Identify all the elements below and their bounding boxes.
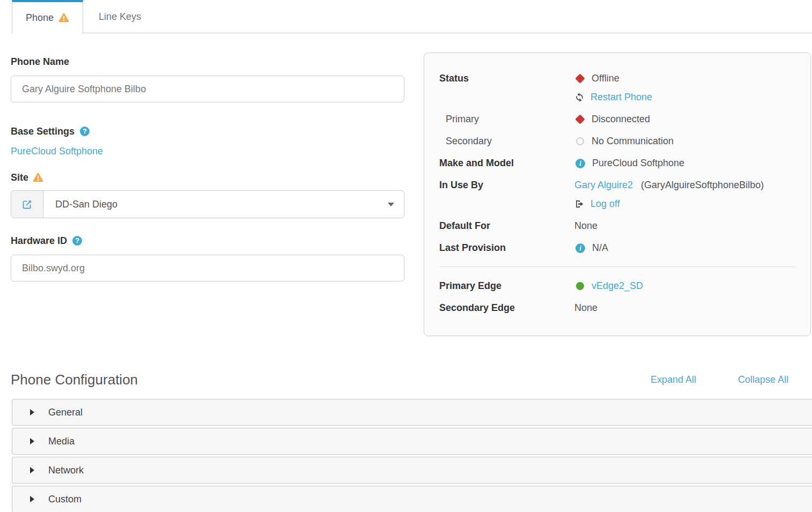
caret-right-icon: [30, 438, 34, 444]
disconnected-diamond-icon: [575, 114, 585, 124]
status-row: Status Offline Restart Phone: [439, 71, 795, 105]
phone-name-input[interactable]: [11, 76, 404, 102]
caret-right-icon: [30, 409, 34, 415]
secondary-edge-value: None: [574, 301, 597, 315]
online-dot-icon: [576, 282, 584, 290]
in-use-by-label: In Use By: [439, 178, 574, 192]
accordion-section-label: General: [48, 407, 83, 418]
primary-edge-row: Primary Edge vEdge2_SD: [439, 279, 795, 293]
in-use-by-suffix: (GaryAlguireSoftphoneBilbo): [641, 178, 764, 192]
offline-diamond-icon: [575, 73, 585, 83]
primary-edge-label: Primary Edge: [439, 279, 574, 293]
phone-form: Phone Name Base Settings ? PureCloud Sof…: [11, 51, 404, 281]
primary-edge-link[interactable]: vEdge2_SD: [592, 279, 643, 293]
status-value: Offline: [592, 71, 619, 86]
default-for-label: Default For: [439, 219, 574, 233]
warning-icon: [58, 12, 69, 23]
site-dropdown[interactable]: DD-San Diego: [43, 191, 404, 218]
tab-phone[interactable]: Phone: [12, 0, 83, 33]
secondary-label: Secondary: [439, 134, 574, 149]
refresh-icon: [574, 92, 585, 102]
configuration-accordion: General Media Network Custom: [12, 399, 812, 512]
primary-label: Primary: [439, 112, 574, 127]
make-model-label: Make and Model: [439, 156, 574, 170]
hardware-id-input[interactable]: [11, 255, 404, 281]
status-panel: Status Offline Restart Phone Primary Dis…: [424, 53, 811, 336]
site-select-group: DD-San Diego: [11, 190, 404, 218]
expand-all-link[interactable]: Expand All: [651, 368, 696, 391]
help-icon[interactable]: ?: [72, 236, 82, 246]
in-use-by-user-link[interactable]: Gary Alguire2: [574, 178, 633, 192]
phone-configuration-header: Phone Configuration Expand All Collapse …: [11, 368, 812, 391]
secondary-status-row: Secondary No Communication: [439, 134, 795, 149]
external-link-icon: [21, 199, 33, 210]
panel-divider: [439, 266, 795, 267]
info-icon[interactable]: i: [575, 159, 585, 168]
default-for-row: Default For None: [439, 219, 795, 233]
restart-phone-link[interactable]: Restart Phone: [590, 90, 652, 105]
base-settings-link[interactable]: PureCloud Softphone: [11, 145, 103, 157]
log-off-link[interactable]: Log off: [590, 197, 620, 211]
status-label: Status: [439, 71, 574, 86]
tab-bar: Phone Line Keys: [0, 0, 812, 33]
caret-right-icon: [30, 496, 34, 502]
last-provision-value: N/A: [592, 241, 608, 255]
site-selected-value: DD-San Diego: [55, 199, 117, 210]
tab-phone-label: Phone: [26, 12, 54, 24]
last-provision-label: Last Provision: [439, 241, 574, 255]
phone-name-label: Phone Name: [11, 55, 404, 68]
accordion-section-label: Network: [48, 465, 84, 476]
accordion-section-custom[interactable]: Custom: [12, 486, 812, 512]
secondary-edge-label: Secondary Edge: [439, 301, 574, 315]
accordion-section-network[interactable]: Network: [12, 457, 812, 484]
accordion-section-general[interactable]: General: [12, 399, 812, 426]
in-use-by-row: In Use By Gary Alguire2 (GaryAlguireSoft…: [439, 178, 795, 211]
secondary-value: No Communication: [592, 134, 674, 149]
make-model-row: Make and Model i PureCloud Softphone: [439, 156, 795, 170]
caret-right-icon: [30, 467, 34, 473]
base-settings-label: Base Settings ?: [11, 125, 404, 138]
secondary-edge-row: Secondary Edge None: [439, 301, 795, 315]
tab-line-keys[interactable]: Line Keys: [84, 0, 156, 33]
primary-value: Disconnected: [592, 112, 650, 127]
phone-configuration-section: Phone Configuration Expand All Collapse …: [11, 368, 812, 512]
warning-icon: [33, 172, 43, 183]
collapse-all-link[interactable]: Collapse All: [738, 368, 788, 391]
help-icon[interactable]: ?: [80, 127, 90, 136]
site-label: Site: [11, 171, 404, 184]
default-for-value: None: [574, 219, 597, 233]
info-icon[interactable]: i: [575, 243, 585, 253]
make-model-value: PureCloud Softphone: [592, 156, 684, 170]
chevron-down-icon: [388, 203, 394, 206]
accordion-section-label: Custom: [48, 494, 82, 505]
accordion-section-media[interactable]: Media: [12, 428, 812, 455]
log-off-icon: [574, 199, 585, 209]
hardware-id-label: Hardware ID ?: [11, 234, 404, 247]
open-site-button[interactable]: [11, 191, 43, 218]
primary-status-row: Primary Disconnected: [439, 112, 795, 127]
accordion-section-label: Media: [48, 436, 75, 447]
tab-line-keys-label: Line Keys: [99, 11, 141, 23]
last-provision-row: Last Provision i N/A: [439, 241, 795, 255]
no-communication-circle-icon: [576, 137, 584, 145]
